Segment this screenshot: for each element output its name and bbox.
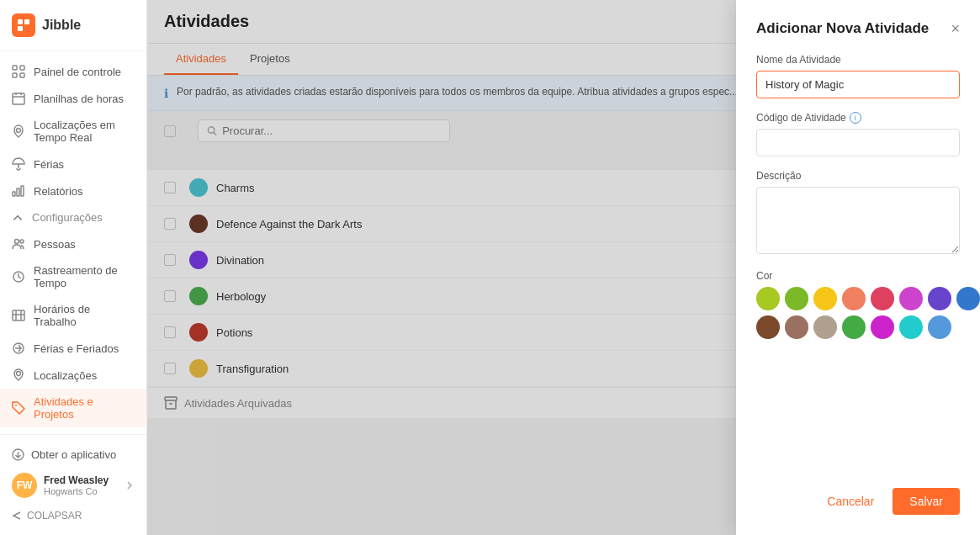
avatar: FW bbox=[12, 473, 37, 498]
color-swatch[interactable] bbox=[956, 287, 980, 310]
desc-field-group: Descrição bbox=[756, 170, 960, 257]
tag-icon bbox=[12, 401, 25, 415]
sidebar-item-timesheets[interactable]: Planilhas de horas bbox=[0, 85, 146, 112]
svg-point-24 bbox=[17, 372, 21, 376]
location-icon bbox=[12, 124, 25, 138]
color-field-group: Cor bbox=[756, 270, 960, 339]
svg-rect-5 bbox=[13, 73, 17, 77]
sidebar-item-label: Localizações bbox=[34, 369, 97, 382]
sidebar-nav: Painel de controle Planilhas de horas Lo… bbox=[0, 51, 146, 434]
modal-header: Adicionar Nova Atividade × bbox=[756, 20, 960, 37]
sidebar-item-label: Horários de Trabalho bbox=[34, 303, 135, 328]
logo: Jibble bbox=[0, 0, 146, 51]
svg-point-16 bbox=[15, 240, 19, 244]
sidebar-item-realtime[interactable]: Localizações em Tempo Real bbox=[0, 112, 146, 151]
collapse-label: COLAPSAR bbox=[27, 510, 82, 522]
sidebar-item-label: Rastreamento de Tempo bbox=[34, 264, 135, 289]
logo-icon bbox=[12, 13, 35, 37]
svg-point-17 bbox=[20, 240, 24, 243]
color-swatch[interactable] bbox=[899, 287, 923, 310]
code-info-icon: i bbox=[850, 112, 861, 124]
holiday-icon bbox=[12, 342, 25, 355]
clock-icon bbox=[12, 270, 25, 283]
svg-rect-15 bbox=[21, 186, 24, 196]
sidebar-item-label: Planilhas de horas bbox=[34, 93, 124, 105]
color-swatch[interactable] bbox=[785, 287, 808, 310]
sidebar-item-holidays[interactable]: Férias e Feriados bbox=[0, 335, 146, 362]
svg-rect-2 bbox=[18, 26, 23, 31]
sidebar-item-label: Painel de controle bbox=[34, 66, 121, 78]
activity-name-input[interactable] bbox=[756, 71, 960, 98]
schedule-icon bbox=[12, 309, 25, 322]
svg-rect-19 bbox=[13, 310, 24, 320]
sidebar-item-leaves[interactable]: Férias bbox=[0, 151, 146, 177]
calendar-icon bbox=[12, 92, 25, 105]
close-button[interactable]: × bbox=[951, 21, 960, 36]
svg-rect-4 bbox=[20, 66, 24, 70]
color-swatch[interactable] bbox=[871, 315, 894, 339]
svg-rect-14 bbox=[17, 188, 19, 196]
user-org: Hogwarts Co bbox=[44, 486, 118, 496]
get-app-label: Obter o aplicativo bbox=[31, 448, 116, 461]
color-swatch[interactable] bbox=[785, 315, 808, 339]
desc-label: Descrição bbox=[756, 170, 960, 182]
color-swatch[interactable] bbox=[842, 315, 866, 339]
color-swatch[interactable] bbox=[899, 315, 923, 339]
color-swatch[interactable] bbox=[813, 287, 837, 310]
sidebar-item-org[interactable]: Organização bbox=[0, 427, 146, 434]
svg-rect-3 bbox=[13, 66, 17, 70]
chevron-up-icon bbox=[12, 212, 24, 224]
sidebar-item-label: Localizações em Tempo Real bbox=[34, 119, 135, 144]
name-field-group: Nome da Atividade bbox=[756, 54, 960, 98]
sidebar-bottom: Obter o aplicativo FW Fred Weasley Hogwa… bbox=[0, 434, 146, 535]
color-swatch[interactable] bbox=[756, 315, 780, 339]
logo-text: Jibble bbox=[42, 18, 81, 33]
svg-rect-1 bbox=[24, 19, 29, 24]
sidebar-section-label: Configurações bbox=[32, 211, 103, 224]
sidebar-item-people[interactable]: Pessoas bbox=[0, 230, 146, 257]
activity-code-input[interactable] bbox=[756, 129, 960, 156]
color-label: Cor bbox=[756, 270, 960, 282]
color-grid bbox=[756, 287, 960, 339]
collapse-icon bbox=[12, 511, 22, 521]
color-swatch[interactable] bbox=[756, 287, 780, 310]
sidebar-item-activities[interactable]: Atividades e Projetos bbox=[0, 389, 146, 427]
svg-point-25 bbox=[15, 405, 17, 406]
collapse-button[interactable]: COLAPSAR bbox=[12, 505, 135, 527]
user-name: Fred Weasley bbox=[44, 474, 118, 486]
sidebar-item-reports[interactable]: Relatórios bbox=[0, 177, 146, 204]
sidebar-item-label: Férias bbox=[34, 158, 64, 171]
sidebar-item-locations[interactable]: Localizações bbox=[0, 362, 146, 389]
color-swatch[interactable] bbox=[842, 287, 866, 310]
umbrella-icon bbox=[12, 157, 25, 171]
user-info[interactable]: FW Fred Weasley Hogwarts Co bbox=[12, 466, 135, 505]
save-button[interactable]: Salvar bbox=[893, 488, 960, 515]
sidebar-item-dashboard[interactable]: Painel de controle bbox=[0, 58, 146, 85]
activity-desc-input[interactable] bbox=[756, 187, 960, 254]
sidebar-item-work-hours[interactable]: Horários de Trabalho bbox=[0, 296, 146, 335]
modal-footer: Cancelar Salvar bbox=[756, 474, 960, 515]
svg-rect-7 bbox=[13, 93, 24, 104]
map-pin-icon bbox=[12, 368, 25, 382]
sidebar-item-label: Atividades e Projetos bbox=[34, 395, 135, 421]
svg-rect-0 bbox=[18, 19, 23, 24]
sidebar-item-label: Relatórios bbox=[34, 185, 83, 198]
sidebar-section-config[interactable]: Configurações bbox=[0, 204, 146, 230]
code-field-group: Código de Atividade i bbox=[756, 112, 960, 156]
cancel-button[interactable]: Cancelar bbox=[817, 488, 884, 515]
chevron-right-icon bbox=[124, 480, 135, 490]
color-swatch[interactable] bbox=[928, 315, 951, 339]
color-swatch[interactable] bbox=[928, 287, 951, 310]
bar-chart-icon bbox=[12, 184, 25, 198]
code-label: Código de Atividade i bbox=[756, 112, 960, 124]
sidebar-item-label: Férias e Feriados bbox=[34, 342, 119, 355]
svg-rect-13 bbox=[13, 192, 15, 196]
color-swatch[interactable] bbox=[813, 315, 837, 339]
modal-title: Adicionar Nova Atividade bbox=[756, 20, 929, 37]
svg-rect-6 bbox=[20, 73, 24, 77]
sidebar: Jibble Painel de controle Planilhas de h… bbox=[0, 0, 147, 535]
get-app-button[interactable]: Obter o aplicativo bbox=[12, 443, 135, 466]
sidebar-item-label: Pessoas bbox=[34, 238, 76, 251]
sidebar-item-time-tracking[interactable]: Rastreamento de Tempo bbox=[0, 257, 146, 296]
color-swatch[interactable] bbox=[871, 287, 894, 310]
